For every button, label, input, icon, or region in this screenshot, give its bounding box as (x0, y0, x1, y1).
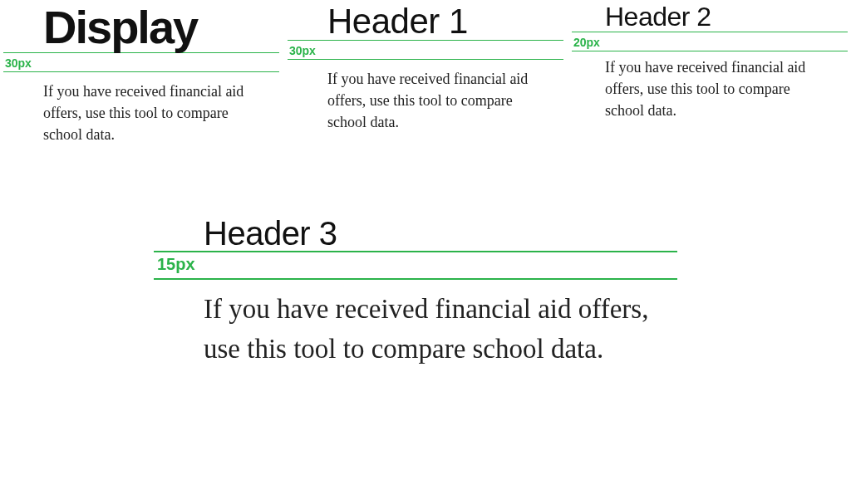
body-text-display: If you have received financial aid offer… (3, 72, 279, 145)
gap-label-h1: 30px (288, 41, 563, 60)
heading-h1: Header 1 (288, 3, 563, 41)
spec-h3: Header 3 15px If you have received finan… (154, 216, 677, 369)
gap-label-display: 30px (3, 53, 279, 72)
spec-display: Display 30px If you have received financ… (3, 3, 279, 145)
heading-display: Display (3, 3, 279, 53)
body-text-h1: If you have received financial aid offer… (288, 60, 563, 133)
heading-h3: Header 3 (154, 216, 677, 252)
heading-h2: Header 2 (572, 3, 848, 32)
gap-label-h3: 15px (154, 252, 677, 280)
spec-h2: Header 2 20px If you have received finan… (572, 3, 848, 145)
body-text-h3: If you have received financial aid offer… (154, 280, 677, 369)
spec-h1: Header 1 30px If you have received finan… (288, 3, 563, 145)
gap-label-h2: 20px (572, 32, 848, 51)
body-text-h2: If you have received financial aid offer… (572, 51, 848, 121)
top-row: Display 30px If you have received financ… (0, 0, 851, 145)
